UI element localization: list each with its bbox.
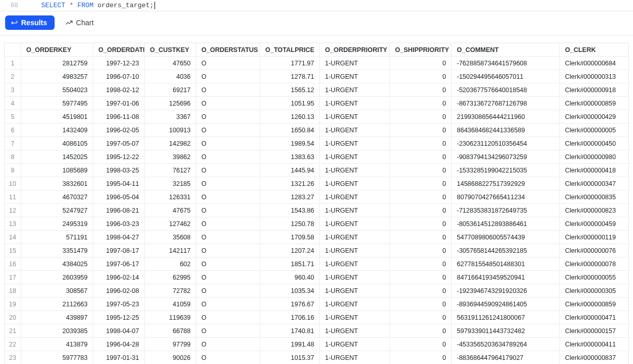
cell-orderkey[interactable]: 3351479 xyxy=(21,244,93,257)
cell-custkey[interactable]: 602 xyxy=(145,257,196,270)
cell-orderdate[interactable]: 1995-12-25 xyxy=(93,311,145,324)
cell-custkey[interactable]: 47650 xyxy=(145,57,196,70)
cell-clerk[interactable]: Clerk#000000429 xyxy=(560,110,615,123)
table-row[interactable]: 224138791996-04-2897799O1991.481-URGENT0… xyxy=(5,338,628,351)
cell-orderkey[interactable]: 4519801 xyxy=(21,110,93,123)
cell-shippriority[interactable]: 0 xyxy=(390,204,452,217)
cell-clerk[interactable]: Clerk#000000347 xyxy=(560,177,615,190)
cell-orderkey[interactable]: 2039385 xyxy=(21,324,93,337)
cell-orderkey[interactable]: 3832601 xyxy=(21,177,93,190)
cell-shippriority[interactable]: 0 xyxy=(390,177,452,190)
cell-orderdate[interactable]: 1997-01-31 xyxy=(93,351,145,364)
cell-orderdate[interactable]: 1996-08-21 xyxy=(93,204,145,217)
cell-shippriority[interactable]: 0 xyxy=(390,217,452,230)
cell-custkey[interactable]: 41059 xyxy=(145,298,196,310)
cell-custkey[interactable]: 97799 xyxy=(145,338,196,351)
cell-orderkey[interactable]: 1432409 xyxy=(21,124,93,136)
cell-custkey[interactable]: 32185 xyxy=(145,177,196,190)
cell-shippriority[interactable]: 0 xyxy=(390,284,452,297)
cell-orderdate[interactable]: 1996-07-10 xyxy=(93,70,145,83)
cell-orderpriority[interactable]: 1-URGENT xyxy=(320,298,390,310)
cell-comment[interactable]: 5979339011443732482 xyxy=(452,324,560,337)
table-row[interactable]: 2359777831997-01-3190026O1015.371-URGENT… xyxy=(5,351,628,364)
cell-custkey[interactable]: 127462 xyxy=(145,217,196,230)
cell-clerk[interactable]: Clerk#000000859 xyxy=(560,97,615,110)
cell-shippriority[interactable]: 0 xyxy=(390,164,452,177)
cell-clerk[interactable]: Clerk#000000450 xyxy=(560,137,615,150)
cell-shippriority[interactable]: 0 xyxy=(390,124,452,136)
cell-orderkey[interactable]: 5247927 xyxy=(21,204,93,217)
cell-orderpriority[interactable]: 1-URGENT xyxy=(320,231,390,244)
cell-orderdate[interactable]: 1996-02-08 xyxy=(93,284,145,297)
cell-orderkey[interactable]: 5504023 xyxy=(21,83,93,96)
cell-shippriority[interactable]: 0 xyxy=(390,83,452,96)
cell-orderdate[interactable]: 1997-05-07 xyxy=(93,137,145,150)
col-header-custkey[interactable]: O_CUSTKEY xyxy=(145,43,196,56)
cell-orderdate[interactable]: 1997-05-23 xyxy=(93,298,145,310)
cell-totalprice[interactable]: 1565.12 xyxy=(260,83,320,96)
cell-orderkey[interactable]: 4086105 xyxy=(21,137,93,150)
cell-orderkey[interactable]: 4384025 xyxy=(21,257,93,270)
col-header-orderkey[interactable]: O_ORDERKEY xyxy=(21,43,93,56)
cell-totalprice[interactable]: 1278.71 xyxy=(260,70,320,83)
cell-comment[interactable]: -7128353831872649735 xyxy=(452,204,560,217)
cell-clerk[interactable]: Clerk#000000823 xyxy=(560,204,615,217)
cell-comment[interactable]: -5203677576640018548 xyxy=(452,83,560,96)
cell-custkey[interactable]: 90026 xyxy=(145,351,196,364)
cell-custkey[interactable]: 119639 xyxy=(145,311,196,324)
cell-orderpriority[interactable]: 1-URGENT xyxy=(320,83,390,96)
col-header-orderpriority[interactable]: O_ORDERPRIORITY xyxy=(320,43,390,56)
cell-orderstatus[interactable]: O xyxy=(196,110,260,123)
cell-totalprice[interactable]: 1543.86 xyxy=(260,204,320,217)
cell-comment[interactable]: -4533565203634789264 xyxy=(452,338,560,351)
cell-totalprice[interactable]: 960.40 xyxy=(260,271,320,284)
cell-clerk[interactable]: Clerk#000000918 xyxy=(560,83,615,96)
cell-clerk[interactable]: Clerk#000000157 xyxy=(560,324,615,337)
cell-orderpriority[interactable]: 1-URGENT xyxy=(320,177,390,190)
cell-orderdate[interactable]: 1997-12-23 xyxy=(93,57,145,70)
cell-clerk[interactable]: Clerk#000000119 xyxy=(560,231,615,244)
cell-totalprice[interactable]: 1383.63 xyxy=(260,150,320,163)
cell-custkey[interactable]: 66788 xyxy=(145,324,196,337)
cell-orderdate[interactable]: 1998-02-12 xyxy=(93,83,145,96)
col-header-orderdate[interactable]: O_ORDERDATE xyxy=(93,43,145,56)
sql-editor-line[interactable]: 60 SELECT * FROM orders_target; xyxy=(0,0,633,11)
cell-custkey[interactable]: 47675 xyxy=(145,204,196,217)
table-row[interactable]: 204398971995-12-25119639O1706.161-URGENT… xyxy=(5,311,628,324)
cell-orderstatus[interactable]: O xyxy=(196,244,260,257)
cell-orderkey[interactable]: 1452025 xyxy=(21,150,93,163)
cell-comment[interactable]: -3057658144265392185 xyxy=(452,244,560,257)
col-header-comment[interactable]: O_COMMENT xyxy=(452,43,560,56)
cell-orderkey[interactable]: 2812759 xyxy=(21,57,93,70)
cell-shippriority[interactable]: 0 xyxy=(390,110,452,123)
cell-clerk[interactable]: Clerk#000000459 xyxy=(560,217,615,230)
table-row[interactable]: 1324953191996-03-23127462O1250.781-URGEN… xyxy=(5,217,628,231)
cell-shippriority[interactable]: 0 xyxy=(390,244,452,257)
cell-orderdate[interactable]: 1998-03-25 xyxy=(93,164,145,177)
cell-orderpriority[interactable]: 1-URGENT xyxy=(320,257,390,270)
cell-custkey[interactable]: 142982 xyxy=(145,137,196,150)
cell-totalprice[interactable]: 1250.78 xyxy=(260,217,320,230)
cell-orderstatus[interactable]: O xyxy=(196,231,260,244)
cell-totalprice[interactable]: 1260.13 xyxy=(260,110,320,123)
cell-orderdate[interactable]: 1996-02-14 xyxy=(93,271,145,284)
cell-orderkey[interactable]: 308567 xyxy=(21,284,93,297)
cell-comment[interactable]: 8643684682441336589 xyxy=(452,124,560,136)
cell-clerk[interactable]: Clerk#000000313 xyxy=(560,70,615,83)
cell-orderpriority[interactable]: 1-URGENT xyxy=(320,150,390,163)
cell-custkey[interactable]: 69217 xyxy=(145,83,196,96)
cell-orderstatus[interactable]: O xyxy=(196,338,260,351)
cell-shippriority[interactable]: 0 xyxy=(390,257,452,270)
table-row[interactable]: 1726039591996-02-1462995O960.401-URGENT0… xyxy=(5,271,628,284)
table-row[interactable]: 1643840251997-06-17602O1851.711-URGENT06… xyxy=(5,257,628,271)
cell-orderkey[interactable]: 5977783 xyxy=(21,351,93,364)
cell-totalprice[interactable]: 1851.71 xyxy=(260,257,320,270)
cell-totalprice[interactable]: 1991.48 xyxy=(260,338,320,351)
table-row[interactable]: 1921126631997-05-2341059O1976.671-URGENT… xyxy=(5,298,628,311)
cell-orderstatus[interactable]: O xyxy=(196,70,260,83)
cell-totalprice[interactable]: 1706.16 xyxy=(260,311,320,324)
cell-orderpriority[interactable]: 1-URGENT xyxy=(320,217,390,230)
cell-orderdate[interactable]: 1995-12-22 xyxy=(93,150,145,163)
cell-orderstatus[interactable]: O xyxy=(196,204,260,217)
cell-comment[interactable]: -150294495646057011 xyxy=(452,70,560,83)
